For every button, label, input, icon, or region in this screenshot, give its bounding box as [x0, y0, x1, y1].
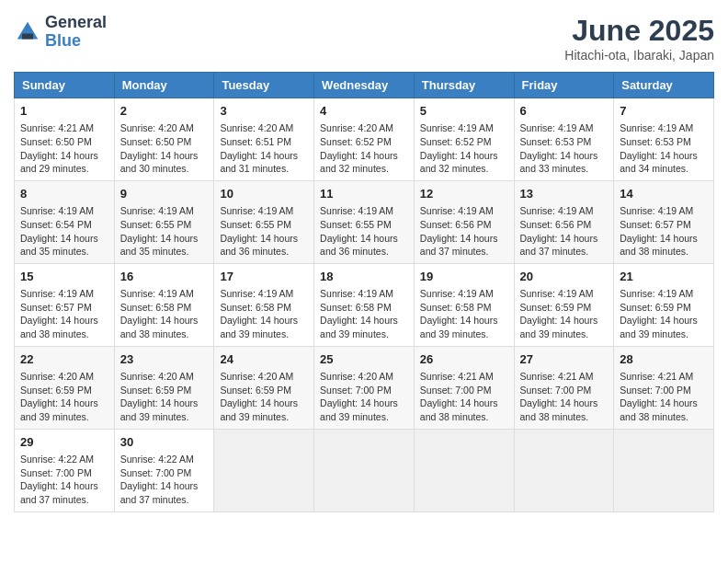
sunset: Sunset: 6:52 PM	[320, 136, 392, 147]
daylight: Daylight: 14 hours and 38 minutes.	[620, 397, 698, 422]
sunset: Sunset: 6:53 PM	[520, 136, 592, 147]
sunset: Sunset: 6:56 PM	[520, 219, 592, 230]
calendar-cell: 6Sunrise: 4:19 AMSunset: 6:53 PMDaylight…	[514, 98, 614, 181]
daylight: Daylight: 14 hours and 31 minutes.	[220, 150, 298, 175]
sunrise: Sunrise: 4:19 AM	[420, 205, 494, 216]
week-row-3: 15Sunrise: 4:19 AMSunset: 6:57 PMDayligh…	[15, 263, 714, 346]
calendar-cell: 25Sunrise: 4:20 AMSunset: 7:00 PMDayligh…	[314, 346, 415, 429]
sunrise: Sunrise: 4:19 AM	[20, 288, 94, 299]
sunrise: Sunrise: 4:19 AM	[120, 288, 194, 299]
daylight: Daylight: 14 hours and 38 minutes.	[120, 315, 199, 339]
calendar-cell: 15Sunrise: 4:19 AMSunset: 6:57 PMDayligh…	[15, 263, 115, 346]
sunset: Sunset: 6:59 PM	[520, 302, 592, 313]
calendar-body: 1Sunrise: 4:21 AMSunset: 6:50 PMDaylight…	[15, 98, 714, 512]
sunrise: Sunrise: 4:22 AM	[20, 454, 94, 465]
sunrise: Sunrise: 4:21 AM	[620, 371, 693, 382]
sunrise: Sunrise: 4:21 AM	[20, 122, 94, 133]
calendar-cell: 2Sunrise: 4:20 AMSunset: 6:50 PMDaylight…	[114, 98, 214, 181]
sunset: Sunset: 6:58 PM	[420, 302, 492, 313]
week-row-5: 29Sunrise: 4:22 AMSunset: 7:00 PMDayligh…	[15, 429, 714, 511]
sunrise: Sunrise: 4:22 AM	[120, 454, 194, 465]
sunrise: Sunrise: 4:20 AM	[220, 122, 293, 133]
daylight: Daylight: 14 hours and 39 minutes.	[220, 397, 298, 422]
daylight: Daylight: 14 hours and 37 minutes.	[20, 480, 98, 505]
weekday-header-tuesday: Tuesday	[214, 73, 314, 98]
weekday-header-wednesday: Wednesday	[314, 73, 415, 98]
calendar-cell: 4Sunrise: 4:20 AMSunset: 6:52 PMDaylight…	[314, 98, 415, 181]
sunrise: Sunrise: 4:20 AM	[320, 371, 393, 382]
sunrise: Sunrise: 4:21 AM	[520, 371, 594, 382]
daylight: Daylight: 14 hours and 39 minutes.	[320, 315, 398, 339]
logo: General Blue	[14, 14, 107, 51]
svg-rect-1	[22, 33, 33, 39]
week-row-2: 8Sunrise: 4:19 AMSunset: 6:54 PMDaylight…	[15, 180, 714, 263]
weekday-header-thursday: Thursday	[414, 73, 514, 98]
daylight: Daylight: 14 hours and 33 minutes.	[520, 150, 598, 175]
sunset: Sunset: 6:53 PM	[620, 136, 691, 147]
calendar-table: SundayMondayTuesdayWednesdayThursdayFrid…	[14, 72, 714, 512]
location-title: Hitachi-ota, Ibaraki, Japan	[564, 48, 714, 63]
sunset: Sunset: 7:00 PM	[120, 467, 192, 478]
weekday-header-saturday: Saturday	[614, 73, 714, 98]
sunrise: Sunrise: 4:19 AM	[620, 205, 693, 216]
sunset: Sunset: 7:00 PM	[420, 385, 492, 396]
daylight: Daylight: 14 hours and 30 minutes.	[120, 150, 199, 175]
calendar-cell: 17Sunrise: 4:19 AMSunset: 6:58 PMDayligh…	[214, 263, 314, 346]
logo-text: General Blue	[45, 14, 107, 51]
sunset: Sunset: 6:56 PM	[420, 219, 492, 230]
sunset: Sunset: 6:54 PM	[20, 219, 92, 230]
daylight: Daylight: 14 hours and 39 minutes.	[20, 397, 98, 422]
day-number: 4	[320, 103, 408, 120]
sunset: Sunset: 6:59 PM	[120, 385, 192, 396]
sunrise: Sunrise: 4:19 AM	[620, 288, 693, 299]
day-number: 14	[620, 186, 708, 202]
sunset: Sunset: 6:55 PM	[320, 219, 392, 230]
weekday-header-row: SundayMondayTuesdayWednesdayThursdayFrid…	[15, 73, 714, 98]
day-number: 1	[20, 103, 108, 120]
calendar-cell: 13Sunrise: 4:19 AMSunset: 6:56 PMDayligh…	[514, 180, 614, 263]
day-number: 29	[20, 434, 108, 451]
daylight: Daylight: 14 hours and 39 minutes.	[320, 397, 398, 422]
daylight: Daylight: 14 hours and 34 minutes.	[620, 150, 698, 175]
daylight: Daylight: 14 hours and 39 minutes.	[520, 315, 598, 339]
day-number: 2	[120, 103, 209, 120]
daylight: Daylight: 14 hours and 39 minutes.	[220, 315, 298, 339]
month-title: June 2025	[564, 14, 714, 48]
sunrise: Sunrise: 4:20 AM	[220, 371, 293, 382]
sunset: Sunset: 6:59 PM	[20, 385, 92, 396]
calendar-cell: 27Sunrise: 4:21 AMSunset: 7:00 PMDayligh…	[514, 346, 614, 429]
calendar-cell: 18Sunrise: 4:19 AMSunset: 6:58 PMDayligh…	[314, 263, 415, 346]
sunrise: Sunrise: 4:20 AM	[20, 371, 94, 382]
sunset: Sunset: 6:50 PM	[20, 136, 92, 147]
day-number: 23	[120, 351, 209, 368]
day-number: 16	[120, 269, 209, 285]
day-number: 3	[220, 103, 308, 120]
calendar-cell	[614, 429, 714, 511]
calendar-cell: 3Sunrise: 4:20 AMSunset: 6:51 PMDaylight…	[214, 98, 314, 181]
daylight: Daylight: 14 hours and 35 minutes.	[20, 233, 98, 258]
calendar-cell: 9Sunrise: 4:19 AMSunset: 6:55 PMDaylight…	[114, 180, 214, 263]
daylight: Daylight: 14 hours and 38 minutes.	[520, 397, 598, 422]
day-number: 27	[520, 351, 609, 368]
daylight: Daylight: 14 hours and 36 minutes.	[320, 233, 398, 258]
logo-icon	[14, 18, 41, 46]
calendar-cell: 7Sunrise: 4:19 AMSunset: 6:53 PMDaylight…	[614, 98, 714, 181]
sunset: Sunset: 6:50 PM	[120, 136, 192, 147]
day-number: 21	[620, 269, 708, 285]
sunset: Sunset: 6:52 PM	[420, 136, 492, 147]
daylight: Daylight: 14 hours and 32 minutes.	[420, 150, 498, 175]
day-number: 20	[520, 269, 609, 285]
logo-general-text: General	[45, 14, 107, 32]
sunset: Sunset: 6:55 PM	[120, 219, 192, 230]
sunrise: Sunrise: 4:19 AM	[320, 288, 393, 299]
sunrise: Sunrise: 4:19 AM	[320, 205, 393, 216]
day-number: 24	[220, 351, 308, 368]
calendar-cell: 24Sunrise: 4:20 AMSunset: 6:59 PMDayligh…	[214, 346, 314, 429]
daylight: Daylight: 14 hours and 38 minutes.	[420, 397, 498, 422]
sunset: Sunset: 7:00 PM	[320, 385, 392, 396]
calendar-cell: 1Sunrise: 4:21 AMSunset: 6:50 PMDaylight…	[15, 98, 115, 181]
weekday-header-sunday: Sunday	[15, 73, 115, 98]
calendar-cell: 22Sunrise: 4:20 AMSunset: 6:59 PMDayligh…	[15, 346, 115, 429]
calendar-cell	[514, 429, 614, 511]
week-row-1: 1Sunrise: 4:21 AMSunset: 6:50 PMDaylight…	[15, 98, 714, 181]
